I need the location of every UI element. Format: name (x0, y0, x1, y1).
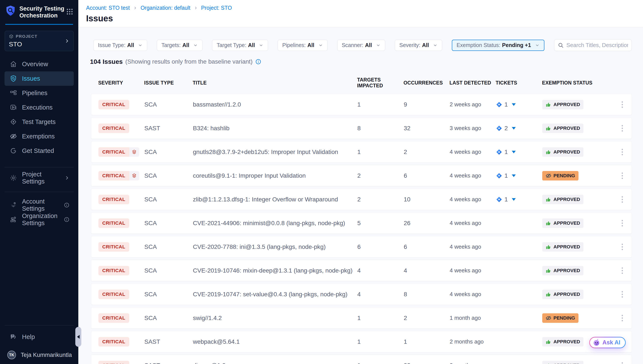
info-icon[interactable] (64, 202, 70, 208)
filter-dropdown[interactable]: Exemption Status: Pending +1 (452, 40, 544, 51)
exemption-status-cell: PENDING (542, 313, 618, 323)
sidebar-collapse-handle[interactable] (75, 327, 81, 347)
chevron-right-icon (133, 6, 137, 10)
sidebar-item-project-settings[interactable]: Project Settings (5, 171, 74, 185)
table-row[interactable]: CRITICAL SAST B324: hashlib 8 32 3 weeks… (91, 118, 632, 139)
last-detected: 2 weeks ago (450, 101, 496, 108)
sidebar-item-organization-settings[interactable]: Organization Settings (5, 212, 74, 227)
divider (5, 167, 74, 167)
row-menu-button[interactable] (618, 266, 626, 275)
severity-cell: CRITICAL (98, 195, 144, 204)
sidebar-item-overview[interactable]: Overview (5, 57, 74, 72)
sidebar-item-account-settings[interactable]: Account Settings (5, 198, 74, 212)
module-grid-icon[interactable] (66, 8, 74, 16)
sidebar-item-exemptions[interactable]: Exemptions (5, 129, 74, 144)
row-menu-button[interactable] (618, 242, 626, 252)
sidebar-item-help[interactable]: ? Help (5, 330, 74, 344)
issue-title[interactable]: CVE-2019-10747: set-value@0.4.3 (lang-pk… (193, 291, 357, 298)
table-row[interactable]: CRITICAL SCA gnutls28@3.7.9-2+deb12u5: I… (91, 141, 632, 162)
tickets-cell[interactable]: 1 (496, 101, 542, 108)
ticket-count: 2 (504, 125, 508, 132)
issue-type: SCA (144, 314, 193, 322)
sidebar-item-issues[interactable]: Issues (5, 72, 74, 86)
severity-cell: CRITICAL (98, 290, 144, 299)
tickets-cell[interactable]: 1 (496, 196, 542, 203)
chevron-down-icon (318, 43, 323, 48)
filter-value: All (127, 42, 134, 48)
row-menu-button[interactable] (618, 314, 626, 322)
issue-title[interactable]: B324: hashlib (193, 125, 357, 132)
table-row[interactable]: CRITICAL SCA CVE-2021-44906: minimist@0.… (91, 212, 632, 234)
table-row[interactable]: CRITICAL SCA CVE-2019-10746: mixin-deep@… (91, 260, 632, 281)
search-input[interactable] (566, 42, 628, 48)
sidebar-item-pipelines[interactable]: Pipelines (5, 86, 74, 100)
table-row[interactable]: CRITICAL SAST django@1.2 1 22 2 months a… (91, 355, 632, 364)
sidebar-item-executions[interactable]: Executions (5, 100, 74, 115)
filter-dropdown[interactable]: Pipelines: All (278, 40, 327, 51)
targets-impacted: 1 (357, 101, 404, 108)
sidebar-item-label: Organization Settings (22, 212, 59, 227)
filter-dropdown[interactable]: Scanner: All (337, 40, 385, 51)
breadcrumb-organization[interactable]: Organization: default (141, 5, 190, 11)
row-menu-button[interactable] (618, 148, 626, 156)
divider (5, 192, 74, 192)
row-menu-button[interactable] (618, 195, 626, 204)
issue-title[interactable]: gnutls28@3.7.9-2+deb12u5: Improper Input… (193, 148, 357, 156)
project-selector[interactable]: PROJECT STO (5, 31, 74, 51)
filter-dropdown[interactable]: Target Type: All (212, 40, 268, 51)
issue-title[interactable]: zlib@1:1.2.13.dfsg-1: Integer Overflow o… (193, 196, 357, 203)
chevron-down-icon (433, 43, 438, 48)
targets-impacted: 4 (357, 267, 404, 274)
row-menu-button[interactable] (618, 290, 626, 299)
table-row[interactable]: CRITICAL SCA bassmaster//1.2.0 1 9 2 wee… (91, 94, 632, 115)
app-title: Security Testing Orchestration (20, 5, 66, 19)
table-row[interactable]: CRITICAL SCA coreutils@9.1-1: Improper I… (91, 165, 632, 186)
issues-count-note: (Showing results only from the baseline … (125, 58, 253, 65)
row-menu-button[interactable] (618, 100, 626, 109)
table-row[interactable]: CRITICAL SCA CVE-2019-10747: set-value@0… (91, 284, 632, 305)
issue-title[interactable]: bassmaster//1.2.0 (193, 101, 357, 108)
issue-title[interactable]: coreutils@9.1-1: Improper Input Validati… (193, 172, 357, 179)
sidebar-item-label: Overview (22, 60, 48, 68)
tickets-cell[interactable]: 1 (496, 172, 542, 179)
occurrences: 6 (404, 244, 450, 250)
sidebar-item-label: Get Started (22, 147, 54, 154)
sto-shield-logo (5, 5, 16, 16)
row-menu-button[interactable] (618, 124, 626, 133)
filter-dropdown[interactable]: Issue Type: All (94, 40, 147, 51)
issue-title[interactable]: CVE-2019-10746: mixin-deep@1.3.1 (lang-p… (193, 267, 357, 274)
row-menu-button[interactable] (618, 219, 626, 228)
info-icon[interactable] (64, 217, 70, 222)
ask-ai-button[interactable]: Ask AI (589, 337, 626, 348)
jira-ticket-icon (496, 172, 502, 179)
search-box[interactable] (554, 39, 632, 51)
filter-dropdown[interactable]: Targets: All (157, 40, 202, 51)
issue-title[interactable]: swig//1.4.2 (193, 314, 357, 322)
sidebar-item-get-started[interactable]: Get Started (5, 144, 74, 158)
tickets-cell[interactable]: 2 (496, 125, 542, 132)
exemption-status-badge: PENDING (542, 171, 578, 180)
issue-title[interactable]: CVE-2020-7788: ini@1.3.5 (lang-pkgs, nod… (193, 244, 357, 250)
breadcrumb-account[interactable]: Account: STO test (86, 5, 130, 11)
chevron-right-icon (194, 6, 198, 10)
row-menu-button[interactable] (618, 171, 626, 180)
filter-label: Targets: (161, 42, 181, 48)
last-detected: 3 weeks ago (450, 125, 496, 132)
issue-title[interactable]: webpack@5.64.1 (193, 338, 357, 345)
table-row[interactable]: CRITICAL SCA swig//1.4.2 1 2 1 month ago… (91, 307, 632, 329)
info-icon[interactable] (255, 59, 261, 65)
table-row[interactable]: CRITICAL SAST webpack@5.64.1 1 1 2 month… (91, 331, 632, 352)
table-row[interactable]: CRITICAL SCA CVE-2020-7788: ini@1.3.5 (l… (91, 236, 632, 258)
table-row[interactable]: CRITICAL SCA zlib@1:1.2.13.dfsg-1: Integ… (91, 189, 632, 210)
thumbs-up-icon (546, 268, 551, 274)
tickets-cell[interactable]: 1 (496, 148, 542, 156)
row-menu-button[interactable] (618, 361, 626, 364)
issue-title[interactable]: CVE-2021-44906: minimist@0.0.8 (lang-pkg… (193, 220, 357, 227)
issue-title[interactable]: django@1.2 (193, 362, 357, 364)
filter-dropdown[interactable]: Severity: All (395, 40, 442, 51)
filter-label: Pipelines: (282, 42, 306, 48)
issue-type: SCA (144, 244, 193, 250)
user-profile[interactable]: TK Teja Kummarikuntla (5, 351, 74, 359)
breadcrumb-project[interactable]: Project: STO (201, 5, 232, 11)
sidebar-item-test-targets[interactable]: Test Targets (5, 115, 74, 129)
